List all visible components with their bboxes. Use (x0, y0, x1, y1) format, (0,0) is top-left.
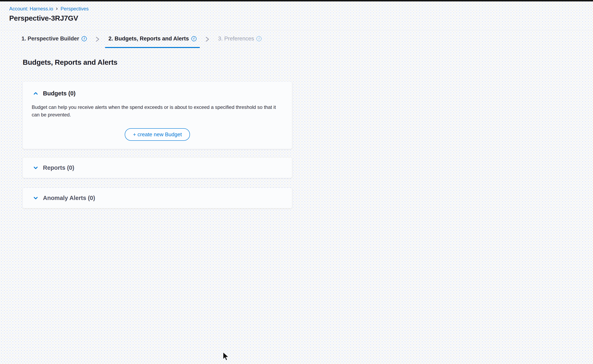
info-icon[interactable]: i (191, 36, 197, 41)
main-content: Budgets, Reports and Alerts Budgets (0) … (0, 48, 593, 208)
chevron-down-icon[interactable] (33, 195, 39, 201)
tab-preferences[interactable]: 3. Preferences i (215, 30, 265, 48)
tab-perspective-builder-label: 1. Perspective Builder (21, 36, 79, 42)
breadcrumb-separator-icon: › (56, 6, 58, 11)
tab-budgets-reports-alerts-label: 2. Budgets, Reports and Alerts (108, 36, 189, 42)
budgets-card-title: Budgets (0) (43, 90, 76, 97)
page-title: Perspective-3RJ7GV (9, 14, 593, 22)
step-separator-chevron-icon (200, 30, 215, 48)
breadcrumb: Account: Harness.io › Perspectives (9, 6, 593, 12)
chevron-down-icon[interactable] (33, 165, 39, 170)
budgets-card-header[interactable]: Budgets (0) (33, 90, 282, 97)
wizard-step-tabs: 1. Perspective Builder i 2. Budgets, Rep… (0, 30, 593, 48)
reports-card-header[interactable]: Reports (0) (33, 164, 74, 171)
tab-budgets-reports-alerts[interactable]: 2. Budgets, Reports and Alerts i (105, 30, 200, 48)
reports-card: Reports (0) (23, 157, 292, 178)
budgets-description: Budget can help you receive alerts when … (32, 103, 282, 118)
step-separator-chevron-icon (90, 30, 105, 48)
budgets-card: Budgets (0) Budget can help you receive … (23, 82, 292, 149)
tab-preferences-label: 3. Preferences (218, 36, 254, 42)
reports-card-title: Reports (0) (43, 164, 74, 171)
breadcrumb-account-link[interactable]: Account: Harness.io (9, 6, 53, 12)
section-heading: Budgets, Reports and Alerts (23, 58, 593, 66)
page-header: Account: Harness.io › Perspectives Persp… (0, 1, 593, 30)
anomaly-alerts-card-title: Anomaly Alerts (0) (43, 195, 95, 202)
info-icon[interactable]: i (256, 36, 261, 41)
anomaly-alerts-card: Anomaly Alerts (0) (23, 188, 292, 208)
chevron-up-icon[interactable] (33, 91, 39, 96)
tab-perspective-builder[interactable]: 1. Perspective Builder i (18, 30, 90, 48)
mouse-cursor (222, 352, 230, 362)
breadcrumb-perspectives-link[interactable]: Perspectives (60, 6, 88, 12)
create-new-budget-button[interactable]: + create new Budget (125, 128, 190, 141)
info-icon[interactable]: i (82, 36, 87, 41)
anomaly-alerts-card-header[interactable]: Anomaly Alerts (0) (33, 195, 95, 202)
top-edge-bar (0, 0, 593, 1)
